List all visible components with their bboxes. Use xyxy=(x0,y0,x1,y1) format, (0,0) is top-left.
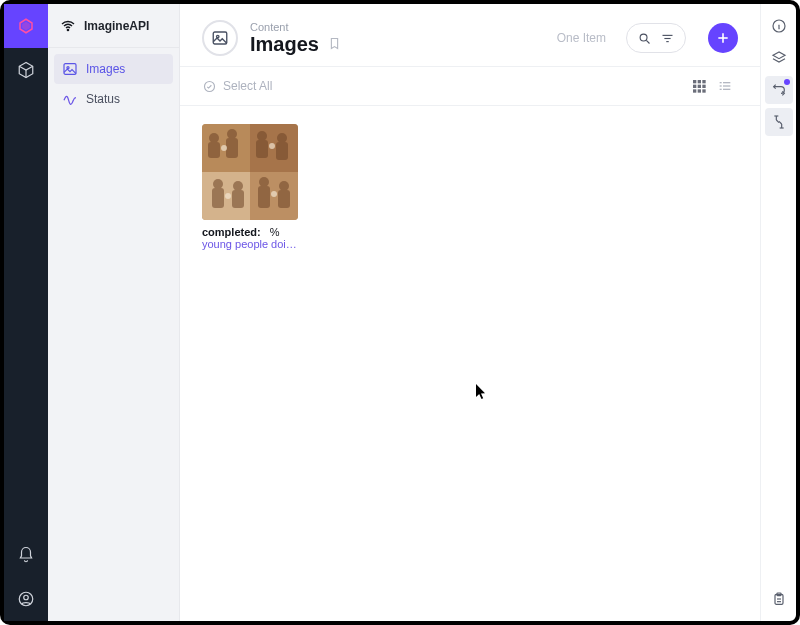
clipboard-icon xyxy=(771,591,787,607)
app-logo[interactable] xyxy=(4,4,48,48)
svg-rect-18 xyxy=(698,89,701,92)
sidebar-item-images[interactable]: Images xyxy=(54,54,173,84)
grid-icon xyxy=(691,78,707,94)
breadcrumb: Content xyxy=(250,21,342,33)
svg-point-42 xyxy=(269,143,275,149)
search-icon xyxy=(637,31,652,46)
svg-point-27 xyxy=(227,129,237,139)
sidebar-item-label: Status xyxy=(86,92,120,106)
svg-rect-38 xyxy=(258,186,270,208)
sidebar-item-label: Images xyxy=(86,62,125,76)
item-card[interactable]: completed: % young people doin… xyxy=(202,124,298,250)
item-thumbnail[interactable] xyxy=(202,124,298,220)
view-grid-button[interactable] xyxy=(686,73,712,99)
page-title: Images xyxy=(250,33,319,56)
svg-point-43 xyxy=(225,193,231,199)
sidebar-item-status[interactable]: Status xyxy=(54,84,173,114)
svg-rect-26 xyxy=(208,142,220,158)
svg-rect-19 xyxy=(702,89,705,92)
rail-flow-button[interactable] xyxy=(765,108,793,136)
wifi-icon xyxy=(60,18,76,34)
svg-rect-5 xyxy=(64,64,76,75)
rail-clipboard-button[interactable] xyxy=(765,585,793,613)
add-button[interactable] xyxy=(708,23,738,53)
svg-point-44 xyxy=(271,191,277,197)
svg-point-9 xyxy=(640,34,647,41)
status-icon xyxy=(62,91,78,107)
svg-rect-17 xyxy=(693,89,696,92)
svg-rect-16 xyxy=(702,85,705,88)
svg-rect-13 xyxy=(702,80,705,83)
svg-point-41 xyxy=(221,145,227,151)
svg-rect-34 xyxy=(212,188,224,208)
svg-point-3 xyxy=(24,595,29,600)
sidebar-title: ImagineAPI xyxy=(84,19,149,33)
svg-rect-30 xyxy=(256,140,268,158)
svg-point-25 xyxy=(209,133,219,143)
bookmark-button[interactable] xyxy=(327,33,342,56)
rail-layers-button[interactable] xyxy=(765,44,793,72)
check-circle-icon xyxy=(202,79,217,94)
svg-point-31 xyxy=(277,133,287,143)
sidebar-header: ImagineAPI xyxy=(48,4,179,48)
right-rail xyxy=(760,4,796,621)
page-header: Content Images One Item xyxy=(180,4,760,66)
svg-rect-40 xyxy=(278,190,290,208)
svg-rect-7 xyxy=(213,32,227,44)
collection-icon xyxy=(202,20,238,56)
notification-dot-icon xyxy=(784,79,790,85)
module-rail xyxy=(4,4,48,621)
svg-point-4 xyxy=(67,29,68,30)
svg-marker-1 xyxy=(23,22,30,30)
image-icon xyxy=(62,61,78,77)
list-icon xyxy=(717,78,733,94)
search-filter-button[interactable] xyxy=(626,23,686,53)
rail-info-button[interactable] xyxy=(765,12,793,40)
rail-content-module[interactable] xyxy=(4,48,48,92)
svg-rect-28 xyxy=(226,138,238,158)
bookmark-icon xyxy=(327,36,342,51)
svg-point-29 xyxy=(257,131,267,141)
info-icon xyxy=(771,18,787,34)
item-caption: young people doin… xyxy=(202,238,298,250)
flow-icon xyxy=(771,114,787,130)
svg-point-33 xyxy=(213,179,223,189)
image-icon xyxy=(211,29,229,47)
view-list-button[interactable] xyxy=(712,73,738,99)
svg-rect-36 xyxy=(232,190,244,208)
svg-rect-14 xyxy=(693,85,696,88)
svg-point-37 xyxy=(259,177,269,187)
items-grid: completed: % young people doin… xyxy=(180,106,760,621)
item-count: One Item xyxy=(557,31,606,45)
svg-point-35 xyxy=(233,181,243,191)
rail-account[interactable] xyxy=(4,577,48,621)
svg-rect-12 xyxy=(698,80,701,83)
rail-transform-button[interactable] xyxy=(765,76,793,104)
select-all-button[interactable]: Select All xyxy=(202,79,272,94)
svg-rect-11 xyxy=(693,80,696,83)
transform-icon xyxy=(771,82,787,98)
plus-icon xyxy=(715,30,731,46)
svg-rect-32 xyxy=(276,142,288,160)
collection-sidebar: ImagineAPI Images Status xyxy=(48,4,180,621)
list-toolbar: Select All xyxy=(180,66,760,106)
svg-rect-15 xyxy=(698,85,701,88)
main-panel: Content Images One Item Sel xyxy=(180,4,760,621)
rail-notifications[interactable] xyxy=(4,533,48,577)
item-status: completed: % xyxy=(202,226,298,238)
select-all-label: Select All xyxy=(223,79,272,93)
filter-icon xyxy=(660,31,675,46)
svg-point-39 xyxy=(279,181,289,191)
layers-icon xyxy=(771,50,787,66)
